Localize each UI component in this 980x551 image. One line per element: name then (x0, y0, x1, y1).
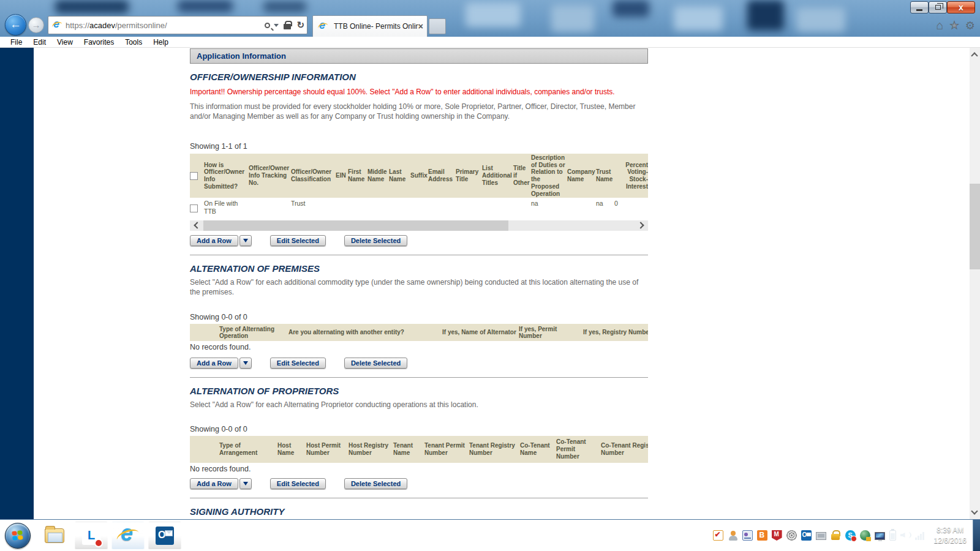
officer-column-header: Primary Title (456, 168, 480, 183)
officer-buttons: Add a Row Edit Selected Delete Selected (190, 235, 648, 246)
proprietors-showing-count: Showing 0-0 of 0 (190, 425, 648, 433)
spiral-icon[interactable] (786, 530, 797, 541)
add-a-row-button[interactable]: Add a Row (190, 235, 238, 246)
refresh-icon[interactable] (296, 20, 304, 31)
home-icon[interactable] (937, 18, 944, 32)
battery-icon[interactable] (889, 530, 896, 541)
officer-column-header: Percent Voting-Stock-Interest (614, 162, 648, 190)
chat-icon[interactable] (742, 530, 753, 541)
section-divider (190, 498, 648, 498)
dropdown-caret-icon[interactable] (274, 24, 279, 27)
application-information-header: Application Information (190, 48, 648, 64)
taskbar-clock[interactable]: 8:39 AM 12/6/2016 (934, 525, 967, 545)
select-all-cell (190, 172, 202, 180)
taskbar-ie-button[interactable] (111, 522, 145, 550)
address-bar[interactable]: https://acadev/permitsonline/ (48, 16, 307, 34)
officer-table-row[interactable]: On File with TTBTrustnana0 (190, 198, 648, 220)
scroll-right-icon[interactable] (637, 222, 644, 229)
page-content: Application Information OFFICER/OWNERSHI… (0, 48, 980, 519)
browser-vertical-scrollbar[interactable] (970, 48, 980, 519)
premises-table-header: Type of Alternating OperationAre you alt… (190, 324, 648, 341)
scroll-down-icon[interactable] (971, 508, 978, 514)
premises-showing-count: Showing 0-0 of 0 (190, 313, 648, 321)
forward-button[interactable] (28, 17, 44, 33)
show-desktop-button[interactable] (973, 520, 980, 551)
add-a-row-dropdown-icon[interactable] (239, 478, 252, 489)
proprietors-column-header: Tenant Permit Number (424, 442, 467, 457)
network-bars-icon[interactable] (915, 530, 925, 541)
vpn-globe-lock-icon[interactable] (860, 530, 870, 541)
lync-icon: L (82, 527, 100, 545)
gear-icon[interactable] (965, 19, 975, 32)
section-title-premises: ALTERNATION OF PREMISES (190, 263, 648, 274)
menu-item[interactable]: Edit (28, 38, 51, 47)
mcafee-shield-icon[interactable] (772, 530, 782, 541)
select-all-checkbox[interactable] (190, 172, 198, 180)
scroll-left-icon[interactable] (194, 222, 200, 229)
taskbar-outlook-button[interactable]: O (148, 522, 181, 550)
officer-column-header: List Additional Titles (482, 165, 511, 186)
table-horizontal-scrollbar[interactable] (190, 220, 648, 231)
add-a-row-dropdown-icon[interactable] (239, 358, 252, 369)
folder-icon (45, 528, 64, 543)
skype-icon[interactable] (845, 530, 856, 541)
section-divider (190, 377, 648, 378)
section-title-proprietors: ALTERNATION OF PROPRIETORS (190, 386, 648, 396)
star-icon[interactable] (950, 19, 959, 32)
edit-selected-button[interactable]: Edit Selected (270, 235, 326, 246)
add-a-row-button[interactable]: Add a Row (190, 358, 238, 369)
vertical-scroll-thumb[interactable] (970, 184, 980, 269)
start-button[interactable] (5, 523, 31, 549)
display-color-icon[interactable] (875, 532, 885, 540)
officer-column-header: Company Name (567, 168, 594, 183)
menu-item[interactable]: Favorites (78, 38, 119, 47)
edit-selected-button[interactable]: Edit Selected (270, 358, 326, 369)
presence-person-icon[interactable] (728, 530, 738, 541)
row-checkbox[interactable] (190, 204, 198, 212)
back-button[interactable] (5, 14, 26, 36)
proprietors-description: Select "Add a Row" for each Alternating … (190, 400, 648, 410)
delete-selected-button[interactable]: Delete Selected (344, 235, 407, 246)
box-icon[interactable] (757, 530, 767, 541)
search-icon[interactable] (265, 23, 270, 28)
horizontal-scroll-thumb[interactable] (203, 220, 508, 231)
delete-selected-button[interactable]: Delete Selected (344, 478, 407, 489)
add-a-row-button[interactable]: Add a Row (190, 478, 238, 489)
officer-cell: 0 (614, 200, 648, 215)
restore-button[interactable] (929, 1, 947, 13)
proprietors-column-header: Co-Tenant Registry Number (601, 442, 648, 457)
officer-column-header: Suffix (410, 172, 426, 179)
volume-icon[interactable] (900, 530, 911, 541)
navigation-bar: https://acadev/permitsonline/ TTB Online… (0, 13, 980, 37)
add-a-row-dropdown-icon[interactable] (239, 235, 252, 246)
gold-lock-icon[interactable] (831, 530, 841, 541)
monitor-icon[interactable] (816, 532, 826, 540)
officer-table-header: How is Officer/Owner Info Submitted?Offi… (190, 154, 648, 198)
tab-ttb-online[interactable]: TTB Online- Permits Online... (312, 15, 428, 37)
scroll-up-icon[interactable] (971, 52, 978, 59)
delete-selected-button[interactable]: Delete Selected (344, 358, 407, 369)
proprietors-no-records: No records found. (190, 465, 648, 473)
menu-item[interactable]: Help (148, 38, 174, 47)
taskbar-explorer-button[interactable] (38, 522, 71, 550)
tab-close-icon[interactable] (418, 21, 423, 32)
close-button[interactable] (947, 1, 975, 13)
url-text[interactable]: https://acadev/permitsonline/ (66, 21, 265, 30)
taskbar-lync-button[interactable]: L (75, 522, 108, 550)
menu-item[interactable]: Tools (119, 38, 148, 47)
new-tab-button[interactable] (429, 18, 446, 34)
menu-item[interactable]: View (51, 38, 78, 47)
officer-column-header: Description of Duties or Relation to the… (531, 154, 565, 198)
restore-icon (935, 5, 941, 10)
outlook-tray-icon[interactable] (801, 530, 812, 541)
minimize-button[interactable] (910, 1, 929, 13)
minimize-icon (916, 9, 922, 11)
proprietors-column-header: Tenant Name (393, 442, 423, 457)
task-check-icon[interactable] (713, 530, 723, 541)
proprietors-column-header: Co-Tenant Permit Number (556, 438, 599, 460)
edit-selected-button[interactable]: Edit Selected (270, 478, 326, 489)
section-divider (190, 255, 648, 255)
menu-item[interactable]: File (5, 38, 28, 47)
section-title-signing: SIGNING AUTHORITY (190, 506, 648, 517)
url-scheme: https:// (66, 21, 89, 30)
